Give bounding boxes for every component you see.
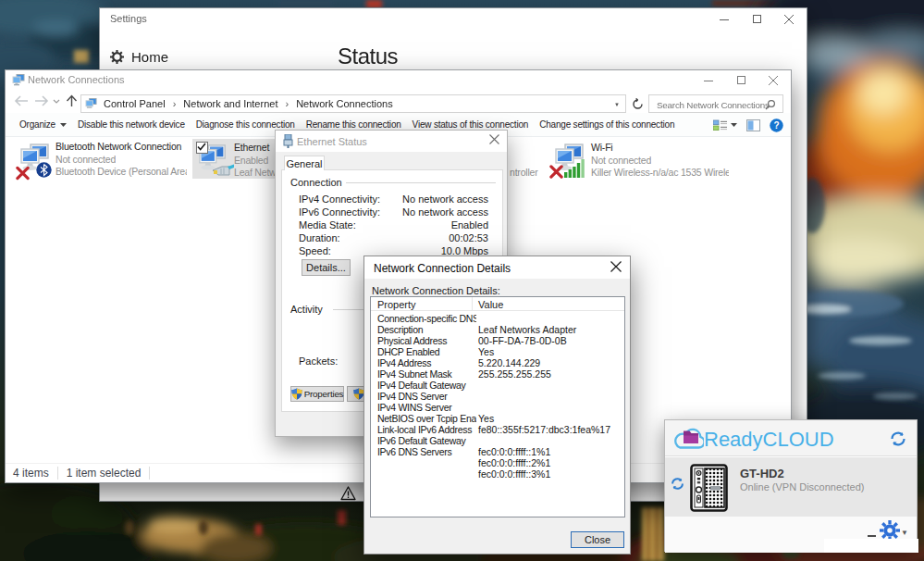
search-icon [765, 99, 776, 110]
maximize-icon [737, 76, 745, 84]
refresh-icon [632, 98, 644, 110]
preview-pane-button[interactable] [746, 119, 760, 131]
white-overlay-box [824, 539, 918, 553]
item-checkbox[interactable] [196, 142, 208, 154]
tab-general[interactable]: General [284, 156, 325, 170]
details-row[interactable]: IPv6 Default Gateway [371, 435, 624, 446]
breadcrumb-item[interactable]: Network and Internet [183, 98, 296, 109]
toolbar-organize-button[interactable]: Organize [19, 119, 67, 130]
properties-button[interactable]: Properties [290, 386, 344, 402]
netconn-window-title: Network Connections [28, 74, 125, 85]
toolbar-commands: Disable this network deviceDiagnose this… [78, 119, 674, 130]
refresh-icon[interactable] [671, 477, 684, 491]
netconn-close-button[interactable] [759, 70, 787, 89]
details-row[interactable]: IPv4 DNS Server [371, 391, 624, 402]
nas-device-image [690, 464, 728, 512]
connection-row-label: IPv6 Connectivity: [299, 206, 380, 218]
netconn-minimize-button[interactable] [695, 70, 722, 89]
details-row[interactable]: IPv6 DNS Servers fec0:0:0:ffff::1%1 [371, 446, 624, 457]
disconnected-x-icon [16, 166, 30, 181]
connection-row-value: No network access [402, 193, 488, 205]
toolbar-command[interactable]: View status of this connection [413, 119, 529, 130]
column-property[interactable]: Property [377, 299, 416, 310]
adapter-device: Killer Wireless-n/a/ac 1535 Wirele... [591, 167, 729, 178]
forward-button[interactable] [33, 92, 49, 110]
refresh-button[interactable] [629, 94, 646, 113]
details-row[interactable]: Physical Address 00-FF-DA-7B-0D-0B [371, 335, 624, 346]
bluetooth-icon [36, 162, 52, 178]
details-row[interactable]: Link-local IPv6 Address fe80::355f:5217:… [371, 424, 624, 435]
detail-value: 00-FF-DA-7B-0D-0B [478, 335, 567, 346]
details-row[interactable]: Description Leaf Networks Adapter [371, 324, 624, 335]
ethdlg-titlebar: Ethernet Status [276, 131, 507, 152]
gear-icon [110, 50, 124, 64]
details-row[interactable]: IPv4 Default Gateway [371, 380, 624, 391]
detail-value: fec0:0:0:ffff::3%1 [478, 468, 550, 480]
signal-bars-icon [564, 159, 585, 178]
settings-maximize-button[interactable] [743, 8, 770, 29]
toolbar-command[interactable]: Rename this connection [306, 119, 401, 130]
settings-home-nav[interactable]: Home [110, 49, 168, 65]
close-button[interactable]: Close [571, 531, 624, 548]
toolbar-command[interactable]: Change settings of this connection [539, 119, 674, 130]
items-count: 4 items [13, 467, 49, 480]
column-divider [472, 297, 473, 311]
gear-icon[interactable] [880, 520, 900, 541]
search-box[interactable]: Search Network Connections [648, 94, 783, 113]
settings-minimize-button[interactable] [710, 8, 738, 29]
column-value[interactable]: Value [478, 299, 503, 310]
detdlg-close-button[interactable] [610, 261, 622, 272]
toolbar-command[interactable]: Diagnose this connection [196, 119, 295, 130]
breadcrumb-item[interactable]: Network Connections [296, 98, 393, 109]
help-button[interactable]: ? [770, 118, 783, 132]
details-row[interactable]: fec0:0:0:ffff::2%1 [371, 457, 624, 468]
details-row[interactable]: fec0:0:0:ffff::3%1 [371, 468, 624, 480]
back-button[interactable] [13, 92, 29, 110]
details-row[interactable]: Connection-specific DNS S... [371, 313, 624, 324]
details-button[interactable]: Details... [302, 259, 351, 276]
address-dropdown-chevron[interactable]: ▼ [614, 102, 620, 107]
detail-property: IPv4 Default Gateway [377, 380, 476, 391]
connection-row-label: Speed: [299, 245, 331, 256]
readycloud-device-row[interactable]: GT-HD2 Online (VPN Disconnected) [665, 457, 917, 517]
properties-label: Properties [304, 389, 344, 399]
breadcrumb-item[interactable]: Control Panel [104, 98, 183, 109]
close-icon [769, 76, 778, 85]
address-location-icon [85, 98, 97, 109]
connection-row-label: IPv4 Connectivity: [299, 193, 380, 205]
recent-locations-button[interactable] [51, 92, 61, 110]
details-row[interactable]: NetBIOS over Tcpip Enabl... Yes [371, 413, 624, 424]
connection-row-label: Media State: [299, 219, 356, 231]
selection-count: 1 item selected [67, 467, 142, 480]
detail-value: fe80::355f:5217:dbc3:1fea%17 [478, 424, 610, 435]
detdlg-title: Network Connection Details [374, 262, 511, 275]
toolbar-command[interactable]: Disable this network device [78, 119, 185, 130]
network-connection-details-dialog: Network Connection Details Network Conne… [363, 256, 631, 555]
details-listview[interactable]: Property Value Connection-specific DNS S… [370, 296, 625, 517]
detail-property: NetBIOS over Tcpip Enabl... [377, 413, 476, 424]
settings-close-button[interactable] [775, 8, 803, 29]
address-bar[interactable]: Control PanelNetwork and InternetNetwork… [80, 94, 626, 113]
packets-label: Packets: [299, 355, 338, 367]
detail-property: IPv4 WINS Server [377, 402, 476, 413]
details-row[interactable]: IPv4 WINS Server [371, 402, 624, 413]
ethdlg-close-button[interactable] [489, 134, 499, 144]
netconn-maximize-button[interactable] [727, 70, 755, 89]
up-button[interactable] [63, 92, 80, 110]
detail-value: fec0:0:0:ffff::1%1 [478, 446, 550, 457]
detail-property: IPv6 Default Gateway [377, 435, 476, 446]
views-button[interactable] [713, 119, 737, 131]
refresh-icon[interactable] [890, 430, 906, 447]
device-status: Online (VPN Disconnected) [740, 481, 865, 492]
readycloud-header: ReadyCLOUD [665, 420, 917, 456]
ethernet-plug-icon [211, 163, 235, 177]
connection-row-value: Enabled [451, 219, 488, 231]
chevron-down-icon[interactable]: ▼ [901, 529, 908, 537]
detail-value: fec0:0:0:ffff::2%1 [478, 457, 550, 468]
details-row[interactable]: IPv4 Subnet Mask 255.255.255.255 [371, 368, 624, 380]
detail-property: DHCP Enabled [377, 346, 476, 357]
details-row[interactable]: DHCP Enabled Yes [371, 346, 624, 357]
close-icon [784, 15, 794, 24]
chevron-down-icon [731, 123, 737, 127]
details-row[interactable]: IPv4 Address 5.220.144.229 [371, 357, 624, 368]
